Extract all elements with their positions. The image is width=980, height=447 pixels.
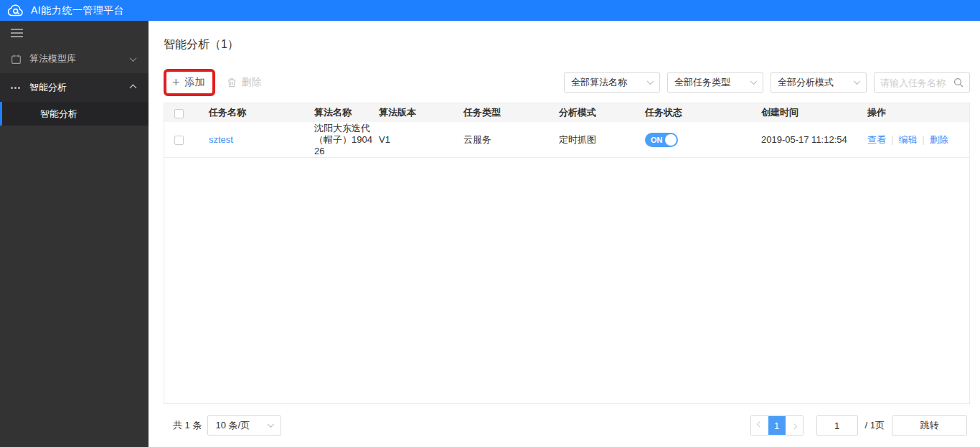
status-toggle-label: ON <box>651 136 663 144</box>
row-checkbox[interactable] <box>174 136 184 145</box>
column-header-created-time: 创建时间 <box>761 106 867 119</box>
chevron-down-icon <box>854 77 861 85</box>
toolbar: + 添加 删除 全部算法名称 <box>164 69 970 96</box>
task-name-link[interactable]: sztest <box>209 134 233 145</box>
sidebar-subitem-label: 智能分析 <box>40 108 77 121</box>
action-divider: | <box>922 134 924 145</box>
select-all-checkbox[interactable] <box>174 109 184 118</box>
filter-value: 全部分析模式 <box>778 76 834 89</box>
add-button-label: 添加 <box>185 76 205 89</box>
task-type-cell: 云服务 <box>463 133 559 146</box>
jump-button[interactable]: 跳转 <box>892 415 967 436</box>
filter-value: 全部算法名称 <box>571 76 627 89</box>
status-toggle[interactable]: ON <box>645 133 678 147</box>
filter-value: 全部任务类型 <box>674 76 730 89</box>
calendar-icon <box>11 54 28 65</box>
tasks-table: 任务名称 算法名称 算法版本 任务类型 分析模式 任务状态 创建时间 操作 sz… <box>164 103 970 404</box>
delete-button[interactable]: 删除 <box>227 76 262 89</box>
column-header-algorithm-name: 算法名称 <box>314 106 379 119</box>
filter-task-type-select[interactable]: 全部任务类型 <box>667 72 763 93</box>
delete-button-label: 删除 <box>242 76 262 89</box>
app-root: AI能力统一管理平台 算法模型库 智能分析 <box>0 0 980 447</box>
chevron-left-icon <box>756 421 762 427</box>
column-header-algorithm-version: 算法版本 <box>379 106 463 119</box>
column-header-operations: 操作 <box>867 106 969 119</box>
chevron-up-icon <box>130 84 137 91</box>
menu-icon <box>11 29 23 37</box>
algorithm-name-cell: 沈阳大东迭代（帽子）190426 <box>314 123 379 157</box>
edit-action-link[interactable]: 编辑 <box>898 133 917 146</box>
sidebar: 算法模型库 智能分析 智能分析 <box>0 21 149 447</box>
created-time-cell: 2019-05-17 11:12:54 <box>761 134 867 145</box>
pagination-bar: 共 1 条 10 条/页 1 / 1页 跳转 <box>164 415 970 436</box>
sidebar-item-label: 智能分析 <box>29 81 131 94</box>
delete-action-link[interactable]: 删除 <box>930 133 948 146</box>
main-content: 智能分析（1） + 添加 删除 <box>149 21 980 447</box>
chevron-down-icon <box>750 77 758 85</box>
analysis-mode-cell: 定时抓图 <box>559 133 645 146</box>
column-header-task-name: 任务名称 <box>209 106 314 119</box>
chevron-down-icon <box>268 420 275 428</box>
table-header-row: 任务名称 算法名称 算法版本 任务类型 分析模式 任务状态 创建时间 操作 <box>164 103 969 122</box>
column-header-analysis-mode: 分析模式 <box>559 106 645 119</box>
filter-analysis-mode-select[interactable]: 全部分析模式 <box>771 72 867 93</box>
task-name-search <box>874 72 970 93</box>
sidebar-item-algorithm-model-library[interactable]: 算法模型库 <box>0 44 149 73</box>
prev-page-button[interactable] <box>751 416 768 435</box>
search-icon[interactable] <box>953 77 963 88</box>
cloud-logo-icon <box>7 4 24 17</box>
search-input[interactable] <box>880 77 953 88</box>
filter-bar: 全部算法名称 全部任务类型 全部分析模式 <box>564 72 970 93</box>
sidebar-item-intelligent-analysis[interactable]: 智能分析 <box>0 73 149 102</box>
filter-algorithm-name-select[interactable]: 全部算法名称 <box>564 72 660 93</box>
sidebar-subitem-intelligent-analysis[interactable]: 智能分析 <box>0 102 149 126</box>
toggle-knob <box>665 134 677 146</box>
total-count-label: 共 1 条 <box>173 419 202 432</box>
next-page-button[interactable] <box>786 416 803 435</box>
chevron-down-icon <box>647 77 654 85</box>
view-action-link[interactable]: 查看 <box>867 133 886 146</box>
plus-icon: + <box>172 76 180 89</box>
page-jump-input[interactable] <box>816 415 858 436</box>
page-size-select[interactable]: 10 条/页 <box>207 415 281 436</box>
app-title: AI能力统一管理平台 <box>31 4 124 17</box>
chevron-down-icon <box>130 55 137 62</box>
page-title: 智能分析（1） <box>164 37 970 52</box>
row-actions: 查看 | 编辑 | 删除 <box>867 133 969 146</box>
top-header: AI能力统一管理平台 <box>0 0 980 21</box>
column-header-task-type: 任务类型 <box>463 106 559 119</box>
pager-group: 1 <box>750 415 804 436</box>
pager-controls: 1 / 1页 跳转 <box>750 415 970 436</box>
column-header-task-status: 任务状态 <box>645 106 761 119</box>
total-pages-label: / 1页 <box>865 419 885 432</box>
current-page-button[interactable]: 1 <box>768 416 786 435</box>
annotation-highlight-box: + 添加 <box>164 69 215 96</box>
table-row: sztest 沈阳大东迭代（帽子）190426 V1 云服务 定时抓图 ON 2… <box>164 122 969 158</box>
sidebar-collapse-button[interactable] <box>0 21 149 44</box>
trash-icon <box>227 77 237 88</box>
dots-icon <box>11 87 28 89</box>
sidebar-item-label: 算法模型库 <box>29 52 131 65</box>
page-size-value: 10 条/页 <box>215 419 250 432</box>
action-divider: | <box>891 134 893 145</box>
algorithm-version-cell: V1 <box>379 134 463 145</box>
add-button[interactable]: + 添加 <box>172 76 205 89</box>
chevron-right-icon <box>791 423 796 429</box>
